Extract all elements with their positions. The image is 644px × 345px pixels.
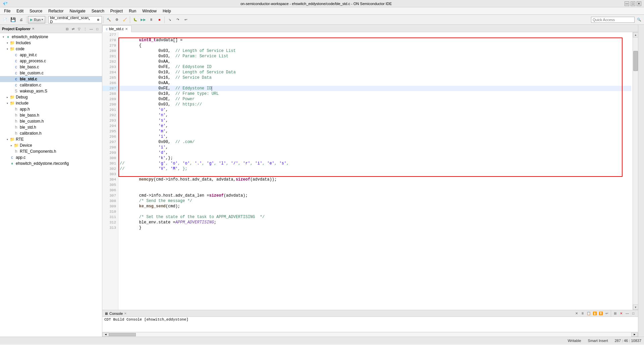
menu-navigate[interactable]: Navigate	[67, 8, 88, 14]
tab-close-button[interactable]: ✕	[125, 27, 128, 31]
code-expand-arrow[interactable]: ▾	[5, 48, 9, 51]
tree-item-rteconfig[interactable]: ♦ ehswitch_eddystone.rteconfig	[0, 160, 102, 166]
tree-root-project[interactable]: ▾ ♦ ehswitch_eddystone	[0, 34, 102, 40]
hscroll-thumb[interactable]	[109, 333, 136, 336]
menu-refactor[interactable]: Refactor	[46, 8, 66, 14]
close-button[interactable]: ✕	[637, 1, 641, 6]
terminate-button[interactable]: ■	[156, 16, 163, 23]
tree-item-wakeup[interactable]: S wakeup_asm.S	[0, 88, 102, 94]
tab-ble-std[interactable]: c ble_std.c ✕	[102, 25, 131, 32]
debug-expand-arrow[interactable]: ▸	[5, 96, 9, 99]
tree-item-app-c[interactable]: c app.c	[0, 154, 102, 160]
new-file-button[interactable]: 📄	[1, 16, 9, 23]
scroll-up-arrow[interactable]: ▲	[633, 32, 638, 38]
editor-tabs: c ble_std.c ✕	[102, 25, 638, 32]
pe-minimize-button[interactable]: —	[89, 26, 94, 31]
menu-window[interactable]: Window	[140, 8, 159, 14]
quick-search-input[interactable]	[591, 17, 635, 23]
menu-edit[interactable]: Edit	[14, 8, 26, 14]
hscroll-track[interactable]	[109, 333, 631, 337]
tree-item-rte[interactable]: ▾ 📁 RTE	[0, 136, 102, 142]
code-content[interactable]: uint8_t advdata[] = { 0x03, // Length of…	[118, 32, 633, 310]
menu-help[interactable]: Help	[160, 8, 174, 14]
includes-expand-arrow[interactable]: ▾	[5, 42, 9, 45]
resume-button[interactable]: ▶▶	[140, 16, 147, 23]
console-minimize-button[interactable]: —	[625, 311, 630, 316]
console-scroll-bottom-button[interactable]: ⏬	[598, 311, 603, 316]
rte-expand-arrow[interactable]: ▾	[5, 138, 9, 141]
comment-311: /* Set the state of the task to APPM_ADV…	[139, 215, 265, 219]
debug-button[interactable]: 🐛	[131, 16, 139, 23]
tree-item-app-init[interactable]: c app_init.c	[0, 52, 102, 58]
tree-item-ble-std[interactable]: c ble_std.c	[0, 76, 102, 82]
menu-project[interactable]: Project	[108, 8, 125, 14]
run-button[interactable]: ▶ Run ▾	[28, 16, 45, 23]
maximize-button[interactable]: □	[631, 1, 635, 6]
device-expand-arrow[interactable]: ▸	[9, 144, 13, 147]
tree-item-device[interactable]: ▸ 📁 Device	[0, 142, 102, 148]
tree-item-includes[interactable]: ▾ 📁 Includes	[0, 40, 102, 46]
include-expand-arrow[interactable]: ▾	[5, 102, 9, 105]
code-line-288: 0x10, // Frame type: URL	[120, 91, 631, 96]
tree-item-ble-bass[interactable]: c ble_bass.c	[0, 64, 102, 70]
console-word-wrap-button[interactable]: ↩	[604, 311, 609, 316]
tree-item-app-h[interactable]: h app.h	[0, 106, 102, 112]
hex-281: 0x03,	[158, 54, 170, 59]
c-file-icon3: c	[13, 64, 19, 70]
print-button[interactable]: 🖨	[17, 16, 25, 23]
scroll-down-arrow[interactable]: ▼	[633, 304, 638, 310]
tree-item-ble-custom[interactable]: c ble_custom.c	[0, 70, 102, 76]
toolbar-separator-4	[130, 16, 130, 23]
menu-search[interactable]: Search	[89, 8, 107, 14]
hscroll-left-button[interactable]: ◄	[102, 333, 109, 337]
pe-collapse-all-button[interactable]: ⊟	[64, 26, 70, 31]
console-scroll-top-button[interactable]: ⏫	[592, 311, 597, 316]
scroll-thumb[interactable]	[633, 51, 638, 71]
config-dropdown-expand[interactable]: ⊕	[96, 18, 100, 21]
tree-item-app-process[interactable]: c app_process.c	[0, 58, 102, 64]
tree-item-debug[interactable]: ▸ 📁 Debug	[0, 94, 102, 100]
tree-item-ble-std-h[interactable]: h ble_std.h	[0, 124, 102, 130]
clean-button[interactable]: 🧹	[121, 16, 128, 23]
step-return-button[interactable]: ↩	[182, 16, 190, 23]
minimize-button[interactable]: —	[625, 1, 629, 6]
build-config-dropdown[interactable]: ble_central_client_scan D ▾ ⊕	[48, 16, 102, 23]
save-button[interactable]: 💾	[9, 16, 17, 23]
tree-item-calibration-h[interactable]: h calibration.h	[0, 130, 102, 136]
menu-run[interactable]: Run	[126, 8, 139, 14]
line-num-299: 299	[102, 150, 118, 155]
console-text: CDT Build Console [ehswitch_eddystone]	[104, 318, 189, 322]
console-open-console-button[interactable]: ⊞	[612, 311, 618, 316]
scroll-track[interactable]	[633, 38, 638, 304]
tree-item-ble-bass-h[interactable]: h ble_bass.h	[0, 112, 102, 118]
suspend-button[interactable]: ⏸	[148, 16, 155, 23]
root-expand-arrow[interactable]: ▾	[1, 36, 5, 39]
console-copy-button[interactable]: 📋	[586, 311, 591, 316]
console-hscroll[interactable]: ◄ ►	[102, 332, 638, 337]
line-num-279: 279	[102, 43, 118, 48]
menu-source[interactable]: Source	[27, 8, 45, 14]
search-icon-button[interactable]: 🔍	[635, 16, 643, 23]
build-button[interactable]: ⚙	[113, 16, 120, 23]
debug-folder-icon: 📁	[9, 94, 15, 100]
pe-link-button[interactable]: ⇌	[70, 26, 76, 31]
line-num-288: 288	[102, 91, 118, 96]
tree-item-rte-components[interactable]: h RTE_Components.h	[0, 148, 102, 154]
build-all-button[interactable]: 🔨	[105, 16, 112, 23]
tree-item-code[interactable]: ▾ 📁 code	[0, 46, 102, 52]
tree-item-ble-custom-h[interactable]: h ble_custom.h	[0, 118, 102, 124]
menu-file[interactable]: File	[1, 8, 13, 14]
step-over-button[interactable]: ↷	[174, 16, 181, 23]
pe-more-button[interactable]: ⋮	[83, 26, 88, 31]
hscroll-right-button[interactable]: ►	[631, 333, 638, 337]
tree-item-include-folder[interactable]: ▾ 📁 include	[0, 100, 102, 106]
tree-item-calibration[interactable]: c calibration.c	[0, 82, 102, 88]
console-maximize-button[interactable]: □	[631, 311, 636, 316]
console-scroll-lock-button[interactable]: ⏸	[580, 311, 585, 316]
pe-filter-button[interactable]: ▽	[76, 26, 82, 31]
step-into-button[interactable]: ↘	[166, 16, 173, 23]
console-clear-button[interactable]: ✕	[574, 311, 579, 316]
console-close-console-button[interactable]: ✕	[619, 311, 624, 316]
pe-maximize-button[interactable]: □	[95, 26, 100, 31]
editor-scrollbar[interactable]: ▲ ▼	[633, 32, 638, 310]
